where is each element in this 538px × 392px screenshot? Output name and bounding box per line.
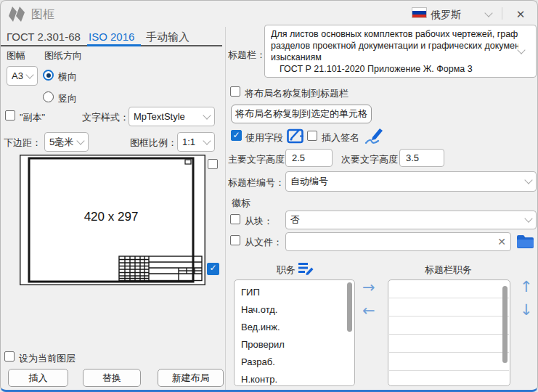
set-current-layer-label: 设为当前图层	[19, 352, 76, 365]
replace-button[interactable]: 替换	[83, 369, 141, 387]
insert-signature-checkbox[interactable]	[307, 131, 317, 141]
frame-scale-select[interactable]: 1:1	[177, 132, 215, 152]
frame-scale-label: 图框比例：	[130, 136, 177, 150]
move-up-arrow[interactable]: ↑	[520, 280, 533, 293]
titleblock-number-label: 标题栏编号：	[228, 176, 285, 189]
secondary-text-height-input[interactable]	[399, 149, 444, 167]
chevron-down-icon	[524, 214, 532, 222]
copy-layout-name-button[interactable]: 将布局名称复制到选定的单元格	[231, 105, 372, 123]
window-title: 图框	[31, 7, 54, 23]
logo-section-label: 徽标	[232, 197, 250, 210]
list-item[interactable]: Нач.отд.	[235, 301, 354, 319]
language-label[interactable]: 俄罗斯	[431, 9, 461, 22]
empty-row[interactable]	[389, 317, 509, 335]
from-block-select[interactable]: 否	[285, 211, 537, 229]
titleblock-number-select[interactable]: 自动编号	[285, 171, 537, 192]
new-layout-button[interactable]: 新建布局	[158, 369, 224, 387]
positions-list[interactable]: ГИП Нач.отд. Вед.инж. Проверил Разраб. Н…	[234, 279, 355, 386]
browse-folder-icon[interactable]	[516, 234, 534, 249]
text-style-label: 文字样式：	[82, 111, 129, 124]
titleblock-positions-list[interactable]	[388, 279, 510, 386]
from-file-input[interactable]: ✕	[285, 232, 511, 251]
empty-row[interactable]	[389, 353, 509, 371]
chevron-down-icon	[524, 176, 532, 184]
from-block-label: 从块：	[245, 215, 273, 228]
move-down-arrow[interactable]: ↓	[520, 303, 533, 317]
copy-layout-name-label: 将布局名称复制到标题栏	[245, 87, 349, 100]
close-icon[interactable]: ✕	[511, 7, 530, 23]
text-style-select[interactable]: MpTextStyle	[129, 107, 215, 126]
tab-gost-2301-68[interactable]: ГОСТ 2.301-68	[7, 30, 81, 43]
titleblock-line: разделов проектной документации и графич…	[271, 40, 518, 52]
list-item[interactable]: Разраб.	[235, 354, 354, 371]
empty-row[interactable]	[389, 298, 509, 317]
positions-label: 职务	[277, 264, 296, 277]
portrait-label: 竖向	[58, 92, 77, 105]
list-item[interactable]: ГИП	[235, 284, 354, 301]
tab-active-underline	[87, 44, 141, 46]
orientation-label: 图纸方向	[44, 49, 82, 62]
clear-icon[interactable]: ✕	[497, 236, 506, 248]
insert-button[interactable]: 插入	[8, 369, 68, 387]
chevron-down-icon	[76, 136, 84, 144]
titleblock-number-value: 自动编号	[290, 175, 526, 188]
empty-row[interactable]	[389, 335, 509, 353]
sheet-size-value: A3	[12, 70, 27, 81]
titleblock-positions-label: 标题栏职务	[425, 264, 472, 277]
signature-pen-icon[interactable]	[364, 127, 386, 146]
copy-checkbox[interactable]	[5, 110, 15, 121]
titleblock-line: изысканиям	[271, 52, 518, 63]
titleblock-positions-scrollbar[interactable]	[502, 286, 508, 363]
edit-positions-icon[interactable]	[298, 261, 314, 276]
field-icon[interactable]	[287, 128, 305, 144]
text-style-value: MpTextStyle	[134, 111, 204, 122]
language-chevron-down-icon[interactable]	[484, 9, 492, 17]
list-item[interactable]: Проверил	[235, 336, 354, 354]
chevron-down-icon	[517, 46, 525, 54]
frame-preview: 420 x 297	[20, 155, 205, 285]
from-block-value: 否	[290, 213, 526, 226]
sheet-size-select[interactable]: A3	[7, 66, 38, 86]
copy-checkbox-label: "副本"	[20, 111, 45, 124]
titlebar-divider	[502, 7, 502, 20]
tab-manual-input[interactable]: 手动输入	[146, 30, 189, 44]
bottom-margin-select[interactable]: 5毫米	[44, 132, 89, 152]
preview-size-label: 420 x 297	[29, 210, 193, 224]
landscape-radio[interactable]	[43, 70, 54, 81]
from-file-label: 从文件：	[245, 236, 282, 249]
from-file-checkbox[interactable]	[230, 235, 240, 245]
main-text-height-input[interactable]	[285, 149, 333, 167]
move-right-arrow[interactable]: →	[362, 281, 375, 294]
preview-top-checkbox[interactable]	[208, 159, 218, 169]
empty-row[interactable]	[389, 371, 509, 386]
chevron-down-icon	[203, 111, 211, 119]
app-logo-icon	[8, 6, 28, 23]
insert-signature-label: 插入签名	[322, 131, 359, 144]
chevron-down-icon	[25, 70, 33, 78]
tab-iso-2016[interactable]: ISO 2016	[89, 30, 134, 43]
chevron-down-icon	[203, 136, 211, 144]
titleblock-line: Для листов основных комплектов рабочих ч…	[271, 28, 518, 40]
list-item[interactable]: Вед.инж.	[235, 319, 354, 336]
empty-row[interactable]	[389, 280, 509, 298]
titleblock-select[interactable]: Для листов основных комплектов рабочих ч…	[264, 25, 537, 78]
bottom-margin-value: 5毫米	[49, 136, 78, 149]
main-text-height-label: 主要文字高度：	[228, 153, 294, 166]
use-fields-label: 使用字段	[245, 131, 283, 144]
move-left-arrow[interactable]: ←	[362, 304, 375, 317]
use-fields-checkbox[interactable]: ✓	[231, 130, 242, 141]
frame-scale-value: 1:1	[182, 136, 204, 147]
bottom-margin-label: 下边距：	[4, 136, 41, 150]
sheet-size-label: 图幅	[7, 49, 25, 62]
list-item[interactable]: Н.контр.	[235, 371, 354, 386]
frame-dialog-window: 图框 俄罗斯 ✕ ГОСТ 2.301-68 ISO 2016 手动输入 图幅 …	[0, 0, 538, 392]
portrait-radio[interactable]	[43, 91, 54, 102]
panel-divider	[225, 27, 226, 390]
landscape-label: 横向	[58, 70, 77, 83]
set-current-layer-checkbox[interactable]	[4, 351, 15, 362]
from-block-checkbox[interactable]	[230, 214, 240, 224]
titleblock-line: ГОСТ Р 21.101-2020 Приложение Ж. Форма 3	[271, 63, 518, 74]
copy-layout-name-checkbox[interactable]	[230, 86, 240, 97]
preview-bottom-checkbox[interactable]: ✓	[207, 263, 219, 275]
positions-scrollbar[interactable]	[347, 282, 352, 332]
